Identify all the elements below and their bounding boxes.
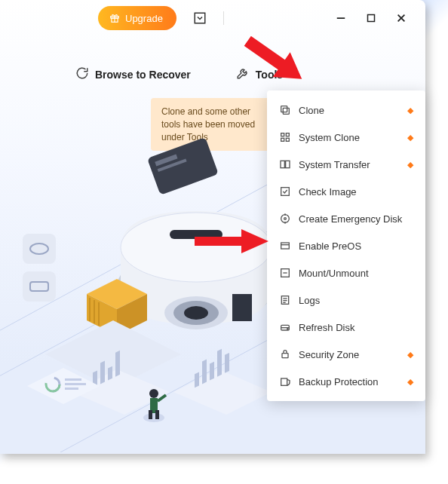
menu-label: System Clone — [299, 132, 400, 143]
svg-point-79 — [287, 329, 288, 329]
system-clone-icon — [279, 131, 291, 143]
menu-item-system-transfer[interactable]: System Transfer ◆ — [267, 151, 425, 178]
premium-icon: ◆ — [407, 350, 413, 360]
tools-label: Tools — [256, 69, 283, 81]
svg-point-18 — [164, 296, 228, 329]
browse-to-recover-button[interactable]: Browse to Recover — [75, 66, 191, 82]
menu-item-logs[interactable]: Logs — [267, 286, 425, 314]
dropdown-toggle[interactable] — [192, 10, 208, 26]
wrench-icon — [236, 66, 250, 82]
menu-item-security-zone[interactable]: Security Zone ◆ — [267, 341, 425, 368]
refresh-disk-icon — [279, 321, 291, 333]
svg-rect-36 — [115, 351, 120, 377]
tools-menu: Clone ◆ System Clone ◆ System Transfer ◆… — [267, 90, 425, 401]
close-button[interactable] — [395, 12, 407, 24]
svg-rect-34 — [100, 361, 105, 384]
svg-rect-69 — [281, 243, 290, 249]
svg-point-47 — [149, 389, 158, 398]
svg-rect-80 — [282, 354, 288, 358]
svg-point-16 — [121, 213, 272, 282]
svg-rect-42 — [225, 353, 229, 373]
svg-rect-81 — [281, 378, 287, 385]
titlebar: Upgrade — [0, 0, 425, 36]
recover-icon — [75, 66, 89, 82]
svg-rect-45 — [149, 410, 152, 419]
menu-item-create-emergency-disk[interactable]: Create Emergency Disk — [267, 205, 425, 232]
svg-marker-26 — [87, 294, 117, 335]
svg-rect-55 — [283, 108, 289, 114]
menu-label: Backup Protection — [299, 376, 400, 388]
menu-item-refresh-disk[interactable]: Refresh Disk — [267, 314, 425, 341]
svg-rect-61 — [281, 161, 284, 167]
svg-rect-38 — [195, 372, 199, 388]
clone-icon — [279, 104, 291, 116]
svg-rect-11 — [23, 234, 56, 264]
svg-point-12 — [30, 244, 48, 254]
svg-rect-21 — [232, 294, 252, 321]
svg-point-66 — [284, 218, 287, 220]
svg-marker-49 — [27, 368, 100, 404]
create-emergency-disk-icon — [279, 213, 291, 225]
menu-label: Clone — [299, 105, 400, 116]
premium-icon: ◆ — [407, 106, 413, 115]
upgrade-label: Upgrade — [125, 13, 163, 24]
svg-point-65 — [281, 215, 290, 223]
svg-rect-52 — [65, 378, 81, 381]
window-controls — [335, 12, 407, 24]
svg-rect-59 — [281, 138, 284, 141]
svg-rect-35 — [108, 366, 112, 381]
svg-rect-53 — [65, 383, 86, 385]
menu-label: Security Zone — [299, 349, 400, 360]
menu-label: Mount/Unmount — [299, 268, 413, 279]
notice-text: Clone and some other tools have been mov… — [161, 106, 255, 142]
menu-item-check-image[interactable]: Check Image — [267, 178, 425, 205]
minimize-button[interactable] — [335, 12, 347, 24]
menu-item-clone[interactable]: Clone ◆ — [267, 96, 425, 124]
menu-item-system-clone[interactable]: System Clone ◆ — [267, 124, 425, 151]
logs-icon — [279, 294, 291, 306]
menu-label: Refresh Disk — [299, 322, 413, 333]
svg-rect-60 — [286, 138, 289, 141]
menu-item-enable-preos[interactable]: Enable PreOS — [267, 232, 425, 259]
system-transfer-icon — [279, 158, 291, 170]
svg-rect-41 — [217, 349, 222, 377]
svg-point-43 — [143, 413, 164, 422]
menu-label: System Transfer — [299, 159, 400, 170]
svg-rect-64 — [281, 188, 290, 196]
browse-label: Browse to Recover — [95, 69, 191, 81]
menu-label: Check Image — [299, 186, 413, 198]
menu-item-mount-unmount[interactable]: Mount/Unmount — [267, 259, 425, 286]
maximize-button[interactable] — [365, 12, 377, 24]
svg-marker-32 — [72, 369, 170, 415]
toolbar: Browse to Recover Tools — [0, 36, 425, 97]
notice-banner: Clone and some other tools have been mov… — [151, 98, 279, 151]
gift-icon — [109, 12, 121, 24]
backup-protection-icon — [279, 375, 291, 388]
svg-rect-14 — [30, 282, 48, 291]
menu-label: Create Emergency Disk — [299, 213, 413, 225]
svg-rect-57 — [281, 133, 284, 136]
menu-item-backup-protection[interactable]: Backup Protection ◆ — [267, 368, 425, 395]
upgrade-button[interactable]: Upgrade — [98, 6, 176, 30]
divider — [223, 11, 224, 25]
svg-line-8 — [0, 166, 302, 347]
check-image-icon — [279, 185, 291, 198]
svg-rect-62 — [286, 161, 290, 167]
svg-rect-24 — [158, 158, 187, 171]
svg-marker-37 — [173, 369, 272, 415]
svg-rect-54 — [65, 388, 78, 390]
svg-rect-5 — [368, 15, 375, 22]
svg-rect-33 — [93, 370, 97, 388]
svg-point-50 — [46, 378, 60, 391]
tools-button[interactable]: Tools — [236, 66, 283, 82]
svg-rect-40 — [210, 362, 214, 381]
svg-rect-13 — [23, 271, 56, 302]
svg-rect-17 — [170, 230, 222, 239]
enable-preos-icon — [279, 240, 291, 252]
svg-marker-27 — [117, 294, 147, 335]
svg-line-48 — [158, 395, 166, 401]
svg-rect-46 — [155, 410, 159, 419]
svg-point-51 — [46, 378, 60, 391]
mount-unmount-icon — [279, 267, 291, 279]
svg-rect-39 — [202, 360, 207, 384]
